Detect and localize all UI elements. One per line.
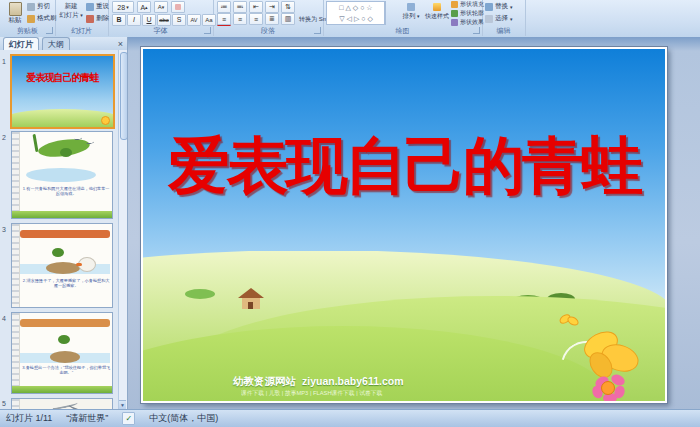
slides-panel: 1 爱表现自己的青蛙 2 1.有一只青蛙和两只大雁住在湖边，他们常常一起做游戏。…	[0, 50, 127, 410]
format-painter-button[interactable]: 格式刷	[27, 14, 57, 23]
reset-slide-button[interactable]: 重设	[86, 2, 109, 11]
align-right-button[interactable]: ≡	[249, 13, 263, 25]
house-body	[242, 298, 260, 309]
shape-fill-icon	[451, 1, 458, 8]
shrink-font-button[interactable]: A▾	[154, 1, 168, 13]
thumbnail-title: 爱表现自己的青蛙	[12, 71, 113, 85]
bullets-button[interactable]: ≔	[217, 1, 231, 13]
delete-slide-button[interactable]: 删除	[86, 14, 109, 23]
underline-button[interactable]: U	[142, 14, 156, 26]
align-center-button[interactable]: ≡	[233, 13, 247, 25]
green-strip	[12, 211, 112, 218]
slide-title[interactable]: 爱表现自己的青蛙	[143, 133, 665, 198]
decrease-indent-button[interactable]: ⇤	[249, 1, 263, 13]
shapes-row-2[interactable]: ▽ ◁ ▷ ○ ◇	[327, 13, 385, 24]
increase-indent-button[interactable]: ⇥	[265, 1, 279, 13]
shapes-gallery-scroll[interactable]: ▴▾▼	[384, 2, 386, 25]
thumbnail-hills	[10, 109, 115, 129]
italic-button[interactable]: I	[127, 14, 141, 26]
house-door	[248, 302, 253, 309]
thumbnail-number: 5	[2, 400, 6, 407]
shape-effects-icon	[451, 19, 458, 26]
drawing-dialog-launcher[interactable]	[473, 27, 480, 34]
small-house	[238, 288, 264, 309]
notebook-spiral	[12, 313, 20, 393]
replace-button[interactable]: 替换▾	[485, 2, 513, 11]
slide-thumbnail-3[interactable]: 2.湖水慢慢干了，大雁要搬家了，小青蛙想和大雁一起搬家。	[11, 223, 113, 308]
slide-canvas[interactable]: 爱表现自己的青蛙	[141, 47, 667, 403]
ribbon-group-slides: 新建 幻灯片 ▾ 重设 删除 幻灯片	[55, 0, 109, 36]
ribbon-group-clipboard: 粘贴 剪切 格式刷 剪贴板	[0, 0, 56, 36]
slide-indicator: 幻灯片 1/11	[6, 412, 52, 425]
slides-panel-tabs: 幻灯片 大纲 ×	[0, 37, 127, 51]
frog-on-rock-cartoon	[20, 315, 110, 363]
ribbon-group-font: 28▾ A▴ A▾ B I U abc S AV Aa A 字体	[108, 0, 214, 36]
format-painter-icon	[27, 15, 35, 23]
quick-styles-icon	[433, 3, 441, 11]
ribbon-group-editing: 替换▾ 选择▾ 编辑	[482, 0, 526, 36]
close-panel-button[interactable]: ×	[118, 39, 123, 50]
clipboard-dialog-launcher[interactable]	[46, 27, 53, 34]
tab-outline[interactable]: 大纲	[42, 37, 70, 50]
paste-label: 粘贴	[9, 16, 22, 23]
slide-thumbnail-1[interactable]: 爱表现自己的青蛙	[10, 54, 115, 129]
font-dialog-launcher[interactable]	[204, 27, 211, 34]
paragraph-dialog-launcher[interactable]	[314, 27, 321, 34]
columns-button[interactable]: ▥	[281, 13, 295, 25]
watermark-links: 课件下载 | 儿歌 | 故事MP3 | FLASH课件下载 | 试卷下载	[241, 389, 382, 397]
select-icon	[485, 15, 493, 23]
site-name: 幼教资源网站	[233, 375, 296, 387]
tab-slides[interactable]: 幻灯片	[3, 37, 39, 50]
slide-thumbnail-4[interactable]: 3.青蛙想出一个办法：“我咬住棍子，你们带我飞走吧。”	[11, 312, 113, 394]
ribbon: 粘贴 剪切 格式刷 剪贴板 新建 幻灯片 ▾ 重设 删除 幻灯片 28▾	[0, 0, 700, 38]
clear-formatting-button[interactable]	[171, 1, 185, 13]
status-bar: 幻灯片 1/11 “清新世界” ✓ 中文(简体，中国)	[0, 409, 700, 427]
quick-styles-button[interactable]: 快速样式	[422, 1, 452, 25]
frog-geese-cartoon	[20, 134, 110, 182]
character-spacing-button[interactable]: AV	[187, 14, 201, 26]
language-indicator[interactable]: 中文(简体，中国)	[149, 412, 218, 425]
strikethrough-button[interactable]: abc	[157, 14, 171, 26]
paragraph-group-label: 段落	[213, 26, 323, 35]
justify-button[interactable]: ≣	[265, 13, 279, 25]
slide-thumbnail-2[interactable]: 1.有一只青蛙和两只大雁住在湖边，他们常常一起做游戏。	[11, 131, 113, 219]
text-shadow-button[interactable]: S	[172, 14, 186, 26]
shapes-row-1[interactable]: □ △ ◇ ○ ☆	[327, 2, 385, 13]
spellcheck-icon[interactable]: ✓	[122, 412, 135, 425]
clipboard-icon	[9, 2, 22, 16]
theme-name: “清新世界”	[66, 412, 108, 425]
bold-button[interactable]: B	[112, 14, 126, 26]
panel-scrollbar[interactable]: ▼	[118, 50, 127, 410]
slide-editor-area: 爱表现自己的青蛙	[127, 37, 700, 410]
cut-button[interactable]: 剪切	[27, 2, 50, 11]
numbering-button[interactable]: ≕	[233, 1, 247, 13]
notebook-spiral	[12, 132, 20, 218]
new-slide-button[interactable]: 新建 幻灯片 ▾	[57, 1, 85, 27]
ribbon-group-paragraph: ≔ ≕ ⇤ ⇥ ⇅ ≡ ≡ ≡ ≣ ▥ 转换为 SmartArt 段落	[213, 0, 324, 36]
thumbnail-caption: 1.有一只青蛙和两只大雁住在湖边，他们常常一起做游戏。	[22, 186, 110, 196]
arrange-button[interactable]: 排列 ▾	[399, 1, 423, 25]
thumbnail-number: 1	[2, 58, 6, 65]
font-group-label: 字体	[108, 26, 213, 35]
align-left-button[interactable]: ≡	[217, 13, 231, 25]
panel-scrollbar-thumb[interactable]	[120, 52, 128, 140]
shape-outline-button[interactable]: 形状轮廓	[451, 9, 484, 18]
shape-fill-button[interactable]: 形状填充	[451, 0, 484, 9]
delete-icon	[86, 15, 94, 23]
thumbnail-caption: 3.青蛙想出一个办法：“我咬住棍子，你们带我飞走吧。”	[22, 365, 110, 375]
thumbnail-caption: 2.湖水慢慢干了，大雁要搬家了，小青蛙想和大雁一起搬家。	[22, 278, 110, 288]
flower-center	[601, 381, 615, 395]
line-spacing-button[interactable]: ⇅	[281, 1, 295, 13]
frog-duck-cartoon	[20, 226, 110, 274]
replace-icon	[485, 3, 493, 11]
notebook-spiral	[12, 224, 20, 307]
editing-group-label: 编辑	[482, 26, 525, 35]
grow-font-button[interactable]: A▴	[137, 1, 151, 13]
site-url: ziyuan.baby611.com	[302, 375, 404, 387]
font-size-combo[interactable]: 28▾	[112, 1, 134, 13]
thumbnail-number: 3	[2, 226, 6, 233]
shapes-gallery[interactable]: □ △ ◇ ○ ☆ ▽ ◁ ▷ ○ ◇ ▴▾▼	[326, 1, 386, 25]
select-button[interactable]: 选择▾	[485, 14, 513, 23]
paste-button[interactable]: 粘贴	[3, 0, 27, 26]
slides-group-label: 幻灯片	[55, 26, 108, 35]
